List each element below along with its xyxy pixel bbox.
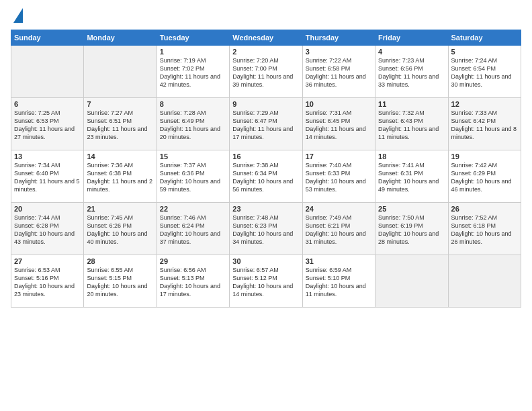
day-number: 7 bbox=[87, 100, 153, 108]
logo bbox=[11, 8, 23, 24]
cell-info: Sunrise: 7:50 AM Sunset: 6:19 PM Dayligh… bbox=[378, 214, 445, 246]
calendar-cell: 22Sunrise: 7:46 AM Sunset: 6:24 PM Dayli… bbox=[157, 203, 229, 255]
calendar-cell: 24Sunrise: 7:49 AM Sunset: 6:21 PM Dayli… bbox=[302, 203, 375, 255]
calendar-cell: 1Sunrise: 7:19 AM Sunset: 7:02 PM Daylig… bbox=[157, 46, 229, 98]
day-number: 11 bbox=[378, 100, 445, 108]
cell-info: Sunrise: 6:53 AM Sunset: 5:16 PM Dayligh… bbox=[14, 266, 81, 299]
cell-info: Sunrise: 7:42 AM Sunset: 6:29 PM Dayligh… bbox=[451, 161, 518, 194]
day-number: 19 bbox=[451, 152, 518, 161]
calendar-cell: 5Sunrise: 7:24 AM Sunset: 6:54 PM Daylig… bbox=[448, 46, 521, 98]
cell-info: Sunrise: 7:52 AM Sunset: 6:18 PM Dayligh… bbox=[451, 214, 518, 246]
day-number: 3 bbox=[306, 48, 372, 56]
col-wednesday: Wednesday bbox=[230, 30, 302, 46]
cell-info: Sunrise: 6:56 AM Sunset: 5:13 PM Dayligh… bbox=[160, 266, 226, 299]
day-number: 27 bbox=[14, 257, 81, 265]
cell-info: Sunrise: 6:59 AM Sunset: 5:10 PM Dayligh… bbox=[306, 266, 372, 299]
day-number: 15 bbox=[160, 152, 226, 161]
calendar-cell: 30Sunrise: 6:57 AM Sunset: 5:12 PM Dayli… bbox=[230, 255, 302, 308]
calendar-cell: 9Sunrise: 7:29 AM Sunset: 6:47 PM Daylig… bbox=[230, 98, 302, 150]
day-number: 14 bbox=[87, 152, 153, 161]
col-saturday: Saturday bbox=[448, 30, 521, 46]
day-number: 24 bbox=[306, 205, 372, 213]
cell-info: Sunrise: 7:29 AM Sunset: 6:47 PM Dayligh… bbox=[232, 109, 299, 142]
header-row: Sunday Monday Tuesday Wednesday Thursday… bbox=[11, 30, 521, 46]
day-number: 5 bbox=[451, 48, 518, 56]
cell-info: Sunrise: 6:55 AM Sunset: 5:15 PM Dayligh… bbox=[87, 266, 153, 299]
calendar-cell: 17Sunrise: 7:40 AM Sunset: 6:33 PM Dayli… bbox=[302, 150, 375, 203]
day-number: 20 bbox=[14, 205, 81, 213]
calendar-cell: 15Sunrise: 7:37 AM Sunset: 6:36 PM Dayli… bbox=[157, 150, 229, 203]
day-number: 26 bbox=[451, 205, 518, 213]
calendar-cell: 4Sunrise: 7:23 AM Sunset: 6:56 PM Daylig… bbox=[375, 46, 448, 98]
calendar-week-row: 27Sunrise: 6:53 AM Sunset: 5:16 PM Dayli… bbox=[11, 255, 521, 308]
cell-info: Sunrise: 7:38 AM Sunset: 6:34 PM Dayligh… bbox=[232, 161, 299, 194]
cell-info: Sunrise: 7:40 AM Sunset: 6:33 PM Dayligh… bbox=[306, 161, 372, 194]
day-number: 2 bbox=[232, 48, 299, 56]
header bbox=[11, 8, 521, 24]
calendar-cell: 2Sunrise: 7:20 AM Sunset: 7:00 PM Daylig… bbox=[230, 46, 302, 98]
calendar-cell bbox=[84, 46, 157, 98]
calendar-week-row: 1Sunrise: 7:19 AM Sunset: 7:02 PM Daylig… bbox=[11, 46, 521, 98]
calendar-cell: 29Sunrise: 6:56 AM Sunset: 5:13 PM Dayli… bbox=[157, 255, 229, 308]
cell-info: Sunrise: 7:25 AM Sunset: 6:53 PM Dayligh… bbox=[14, 109, 81, 142]
calendar-cell: 20Sunrise: 7:44 AM Sunset: 6:28 PM Dayli… bbox=[11, 203, 84, 255]
day-number: 17 bbox=[306, 152, 372, 161]
calendar-week-row: 20Sunrise: 7:44 AM Sunset: 6:28 PM Dayli… bbox=[11, 203, 521, 255]
calendar-cell: 3Sunrise: 7:22 AM Sunset: 6:58 PM Daylig… bbox=[302, 46, 375, 98]
calendar-cell: 23Sunrise: 7:48 AM Sunset: 6:23 PM Dayli… bbox=[230, 203, 302, 255]
cell-info: Sunrise: 7:32 AM Sunset: 6:43 PM Dayligh… bbox=[378, 109, 445, 142]
cell-info: Sunrise: 7:31 AM Sunset: 6:45 PM Dayligh… bbox=[306, 109, 372, 142]
day-number: 18 bbox=[378, 152, 445, 161]
cell-info: Sunrise: 7:44 AM Sunset: 6:28 PM Dayligh… bbox=[14, 214, 81, 246]
day-number: 4 bbox=[378, 48, 445, 56]
day-number: 28 bbox=[87, 257, 153, 265]
day-number: 22 bbox=[160, 205, 226, 213]
calendar-cell: 8Sunrise: 7:28 AM Sunset: 6:49 PM Daylig… bbox=[157, 98, 229, 150]
day-number: 1 bbox=[160, 48, 226, 56]
calendar-cell: 7Sunrise: 7:27 AM Sunset: 6:51 PM Daylig… bbox=[84, 98, 157, 150]
logo-triangle-icon bbox=[13, 8, 23, 23]
day-number: 30 bbox=[232, 257, 299, 265]
day-number: 8 bbox=[160, 100, 226, 108]
calendar-week-row: 6Sunrise: 7:25 AM Sunset: 6:53 PM Daylig… bbox=[11, 98, 521, 150]
calendar-cell: 26Sunrise: 7:52 AM Sunset: 6:18 PM Dayli… bbox=[448, 203, 521, 255]
day-number: 16 bbox=[232, 152, 299, 161]
day-number: 31 bbox=[306, 257, 372, 265]
day-number: 21 bbox=[87, 205, 153, 213]
cell-info: Sunrise: 7:33 AM Sunset: 6:42 PM Dayligh… bbox=[451, 109, 518, 142]
day-number: 25 bbox=[378, 205, 445, 213]
col-tuesday: Tuesday bbox=[157, 30, 229, 46]
calendar-cell: 11Sunrise: 7:32 AM Sunset: 6:43 PM Dayli… bbox=[375, 98, 448, 150]
calendar-table: Sunday Monday Tuesday Wednesday Thursday… bbox=[11, 30, 521, 308]
cell-info: Sunrise: 6:57 AM Sunset: 5:12 PM Dayligh… bbox=[232, 266, 299, 299]
cell-info: Sunrise: 7:46 AM Sunset: 6:24 PM Dayligh… bbox=[160, 214, 226, 246]
cell-info: Sunrise: 7:48 AM Sunset: 6:23 PM Dayligh… bbox=[232, 214, 299, 246]
day-number: 10 bbox=[306, 100, 372, 108]
cell-info: Sunrise: 7:37 AM Sunset: 6:36 PM Dayligh… bbox=[160, 161, 226, 194]
cell-info: Sunrise: 7:28 AM Sunset: 6:49 PM Dayligh… bbox=[160, 109, 226, 142]
calendar-cell: 19Sunrise: 7:42 AM Sunset: 6:29 PM Dayli… bbox=[448, 150, 521, 203]
cell-info: Sunrise: 7:34 AM Sunset: 6:40 PM Dayligh… bbox=[14, 161, 81, 194]
day-number: 23 bbox=[232, 205, 299, 213]
day-number: 12 bbox=[451, 100, 518, 108]
calendar-cell: 25Sunrise: 7:50 AM Sunset: 6:19 PM Dayli… bbox=[375, 203, 448, 255]
calendar-cell: 28Sunrise: 6:55 AM Sunset: 5:15 PM Dayli… bbox=[84, 255, 157, 308]
col-sunday: Sunday bbox=[11, 30, 84, 46]
calendar-cell: 14Sunrise: 7:36 AM Sunset: 6:38 PM Dayli… bbox=[84, 150, 157, 203]
page: Sunday Monday Tuesday Wednesday Thursday… bbox=[0, 0, 532, 411]
calendar-cell bbox=[11, 46, 84, 98]
calendar-cell: 31Sunrise: 6:59 AM Sunset: 5:10 PM Dayli… bbox=[302, 255, 375, 308]
cell-info: Sunrise: 7:20 AM Sunset: 7:00 PM Dayligh… bbox=[232, 56, 299, 89]
cell-info: Sunrise: 7:24 AM Sunset: 6:54 PM Dayligh… bbox=[451, 56, 518, 89]
calendar-cell: 27Sunrise: 6:53 AM Sunset: 5:16 PM Dayli… bbox=[11, 255, 84, 308]
col-friday: Friday bbox=[375, 30, 448, 46]
calendar-cell bbox=[375, 255, 448, 308]
cell-info: Sunrise: 7:41 AM Sunset: 6:31 PM Dayligh… bbox=[378, 161, 445, 194]
cell-info: Sunrise: 7:45 AM Sunset: 6:26 PM Dayligh… bbox=[87, 214, 153, 246]
day-number: 6 bbox=[14, 100, 81, 108]
calendar-cell: 10Sunrise: 7:31 AM Sunset: 6:45 PM Dayli… bbox=[302, 98, 375, 150]
col-monday: Monday bbox=[84, 30, 157, 46]
day-number: 9 bbox=[232, 100, 299, 108]
cell-info: Sunrise: 7:27 AM Sunset: 6:51 PM Dayligh… bbox=[87, 109, 153, 142]
calendar-cell bbox=[448, 255, 521, 308]
